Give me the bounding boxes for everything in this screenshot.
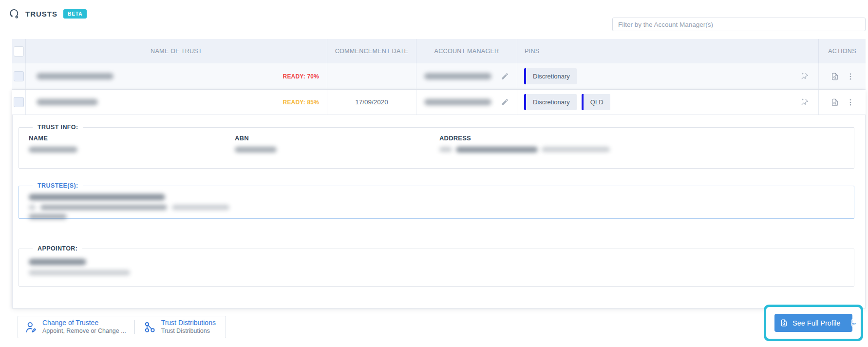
address-label: ADDRESS bbox=[439, 135, 844, 142]
col-header-commencement-date: COMMENCEMENT DATE bbox=[327, 39, 416, 63]
appointor-section: APPOINTOR: bbox=[19, 245, 854, 287]
distributions-icon bbox=[143, 321, 156, 334]
page-title: TRUSTS bbox=[25, 10, 57, 18]
action-title: Trust Distributions bbox=[161, 319, 216, 328]
redacted-name-value bbox=[29, 147, 77, 153]
svg-text:PDF: PDF bbox=[852, 323, 856, 325]
col-header-name-of-trust: NAME OF TRUST bbox=[26, 39, 327, 63]
action-subtitle: Appoint, Remove or Change ... bbox=[42, 328, 126, 335]
see-full-profile-label: See Full Profile bbox=[793, 319, 840, 327]
redacted-appointor-name bbox=[29, 259, 86, 265]
trust-distributions-action[interactable]: Trust Distributions Trust Distributions bbox=[143, 319, 216, 335]
redacted-abn-value bbox=[235, 147, 277, 153]
trust-info-section: TRUST INFO: NAME ABN ADDRESS bbox=[19, 124, 854, 169]
trusts-table: NAME OF TRUST COMMENCEMENT DATE ACCOUNT … bbox=[12, 39, 866, 347]
redacted-trust-name bbox=[37, 73, 113, 79]
col-header-pins: PINS bbox=[517, 39, 819, 63]
redacted-appointor-address bbox=[29, 270, 130, 275]
ready-status: READY: 70% bbox=[283, 73, 319, 80]
trust-actions-box: Change of Trustee Appoint, Remove or Cha… bbox=[18, 316, 226, 338]
redacted-trustee-detail bbox=[29, 214, 67, 219]
edit-pencil-icon[interactable] bbox=[501, 98, 509, 106]
row-checkbox[interactable] bbox=[14, 97, 24, 107]
action-title: Change of Trustee bbox=[42, 319, 126, 328]
row-checkbox[interactable] bbox=[14, 71, 24, 81]
pin-star-icon[interactable] bbox=[800, 72, 810, 81]
trustees-section: TRUSTEE(S): bbox=[19, 182, 854, 219]
table-row[interactable]: READY: 70% Discretionary bbox=[12, 63, 866, 90]
change-of-trustee-action[interactable]: Change of Trustee Appoint, Remove or Cha… bbox=[24, 319, 126, 335]
commencement-date: 17/09/2020 bbox=[355, 98, 388, 106]
see-full-profile-button[interactable]: See Full Profile PDF bbox=[774, 314, 852, 332]
kebab-menu-icon[interactable] bbox=[847, 73, 854, 80]
pin-star-icon[interactable] bbox=[800, 97, 810, 107]
file-search-icon[interactable] bbox=[830, 98, 839, 107]
pdf-icon: PDF bbox=[850, 318, 859, 328]
footer-divider bbox=[134, 320, 135, 334]
redacted-trust-name bbox=[37, 99, 98, 105]
title-group: TRUSTS BETA bbox=[9, 8, 87, 19]
expanded-row-wrap: READY: 85% 17/09/2020 Discretionary QLD bbox=[12, 90, 866, 308]
account-manager-filter-input[interactable] bbox=[612, 18, 866, 31]
trust-detail-panel: TRUST INFO: NAME ABN ADDRESS bbox=[12, 115, 866, 308]
beta-badge: BETA bbox=[63, 9, 87, 19]
file-search-icon bbox=[780, 319, 788, 327]
trustees-legend: TRUSTEE(S): bbox=[33, 182, 83, 189]
appointor-legend: APPOINTOR: bbox=[33, 245, 82, 252]
file-search-icon[interactable] bbox=[830, 72, 839, 81]
abn-label: ABN bbox=[235, 135, 439, 142]
ready-status: READY: 85% bbox=[283, 99, 319, 106]
pin-tag[interactable]: Discretionary bbox=[524, 94, 577, 110]
detail-footer: Change of Trustee Appoint, Remove or Cha… bbox=[12, 308, 866, 347]
redacted-address-value bbox=[439, 147, 844, 153]
table-row-expanded[interactable]: READY: 85% 17/09/2020 Discretionary QLD bbox=[12, 90, 866, 115]
select-all-checkbox[interactable] bbox=[14, 46, 24, 57]
table-header-row: NAME OF TRUST COMMENCEMENT DATE ACCOUNT … bbox=[12, 39, 866, 63]
redacted-trustee-address bbox=[29, 205, 844, 210]
action-subtitle: Trust Distributions bbox=[161, 328, 216, 335]
col-header-actions: ACTIONS bbox=[819, 39, 866, 63]
edit-pencil-icon[interactable] bbox=[501, 72, 509, 80]
col-header-account-manager: ACCOUNT MANAGER bbox=[416, 39, 517, 63]
pin-tag[interactable]: Discretionary bbox=[524, 68, 577, 84]
highlight-ring: See Full Profile PDF bbox=[764, 305, 863, 341]
trust-info-legend: TRUST INFO: bbox=[33, 124, 83, 131]
redacted-account-manager bbox=[424, 99, 491, 105]
trusts-icon bbox=[9, 8, 19, 19]
name-label: NAME bbox=[29, 135, 235, 142]
kebab-menu-icon[interactable] bbox=[847, 98, 854, 106]
trusts-page: TRUSTS BETA NAME OF TRUST COMMENCEMENT D… bbox=[0, 0, 868, 347]
topbar: TRUSTS BETA bbox=[0, 0, 868, 39]
redacted-trustee-name bbox=[29, 194, 165, 200]
redacted-account-manager bbox=[424, 73, 491, 79]
user-edit-icon bbox=[24, 321, 38, 334]
pin-tag[interactable]: QLD bbox=[582, 94, 610, 110]
